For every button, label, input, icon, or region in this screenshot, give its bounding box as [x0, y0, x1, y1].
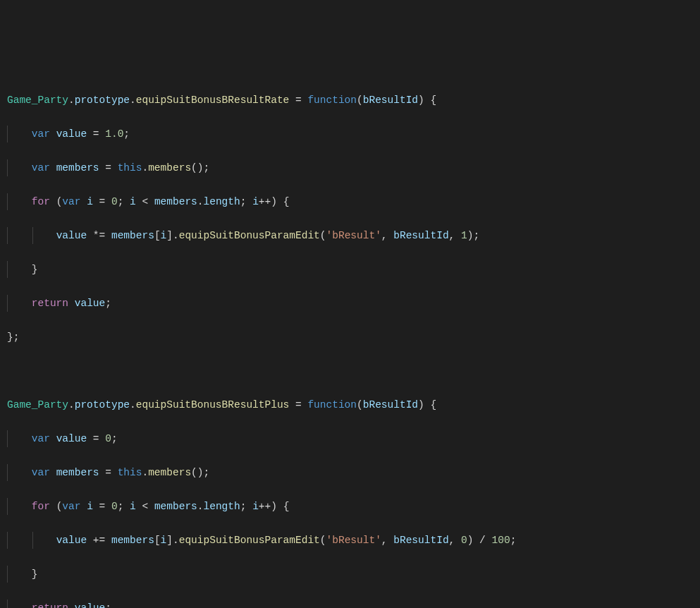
class-token: Game_Party [7, 95, 68, 106]
code-line[interactable]: return value; [0, 295, 700, 312]
code-line[interactable]: var value = 1.0; [0, 126, 700, 142]
function-name: equipSuitBonusBResultRate [136, 95, 290, 106]
code-line[interactable]: return value; [0, 600, 700, 608]
code-line[interactable]: }; [0, 329, 700, 346]
code-line[interactable]: Game_Party.prototype.equipSuitBonusBResu… [0, 92, 700, 109]
class-token: Game_Party [7, 399, 68, 411]
code-line[interactable]: value += members[i].equipSuitBonusParamE… [0, 532, 700, 549]
code-line[interactable]: Game_Party.prototype.equipSuitBonusBResu… [0, 396, 700, 413]
code-line[interactable]: var value = 0; [0, 430, 700, 447]
code-line[interactable] [0, 363, 700, 379]
code-line[interactable]: } [0, 566, 700, 583]
code-editor[interactable]: Game_Party.prototype.equipSuitBonusBResu… [0, 75, 700, 608]
function-name: equipSuitBonusBResultPlus [136, 399, 290, 411]
code-line[interactable]: var members = this.members(); [0, 464, 700, 481]
code-line[interactable]: } [0, 261, 700, 278]
code-line[interactable]: for (var i = 0; i < members.length; i++)… [0, 498, 700, 515]
code-line[interactable]: var members = this.members(); [0, 159, 700, 176]
code-line[interactable]: for (var i = 0; i < members.length; i++)… [0, 193, 700, 210]
code-line[interactable]: value *= members[i].equipSuitBonusParamE… [0, 227, 700, 244]
